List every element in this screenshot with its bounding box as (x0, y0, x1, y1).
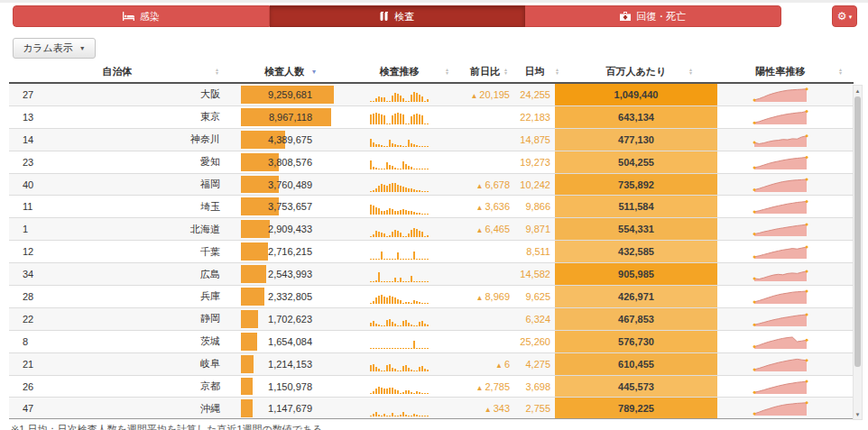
sort-icon: ▴▾ (216, 68, 218, 75)
prefecture-name: 静岡 (54, 312, 226, 325)
tested-count-value: 1,147,679 (226, 403, 343, 414)
col-header-day-diff[interactable]: 前日比 ▴▾ (456, 60, 514, 82)
tested-count-cell: 1,214,153 (226, 353, 343, 375)
prefecture-name: 大阪 (54, 87, 226, 101)
up-triangle-icon: ▲ (476, 204, 484, 212)
medical-case-icon (620, 12, 631, 21)
positivity-trend-cell (717, 400, 844, 416)
area-chart (753, 356, 808, 372)
table-row[interactable]: 21岐阜1,214,153▲64,275610,455 (9, 353, 854, 376)
table-row[interactable]: 23愛知3,808,57619,273504,255 (9, 151, 854, 174)
tested-count-value: 2,716,215 (226, 246, 343, 257)
tested-count-cell: 2,716,215 (226, 241, 343, 262)
positivity-trend-cell (717, 243, 844, 260)
positivity-trend-cell (717, 379, 844, 395)
prefecture-name: 茨城 (54, 334, 226, 348)
daily-average-value: 25,260 (514, 336, 555, 347)
table-row[interactable]: 28兵庫2,332,805▲8,9699,625426,971 (9, 286, 854, 308)
sparkline-bars (370, 87, 429, 102)
positivity-trend-cell (717, 311, 844, 327)
prefecture-number: 11 (9, 201, 54, 212)
footnote: ※1 日均：日次検査人数を週間平均を計算した直近1週間の数値である。 (11, 423, 333, 430)
positivity-trend-cell (717, 198, 844, 215)
prefecture-name: 東京 (54, 110, 226, 124)
prefecture-name: 沖縄 (54, 402, 226, 416)
tested-count-value: 3,753,657 (226, 201, 343, 212)
col-header-per-million[interactable]: 百万人あたり ▴▾ (555, 60, 717, 82)
tested-count-cell: 3,753,657 (226, 196, 343, 217)
scrollbar-thumb[interactable] (854, 96, 861, 367)
prefecture-number: 14 (9, 134, 54, 145)
per-million-cell: 643,134 (555, 106, 717, 128)
table-row[interactable]: 11埼玉3,753,657▲3,6369,866511,584 (9, 196, 854, 218)
sparkline-bars (370, 334, 429, 349)
up-triangle-icon: ▲ (495, 361, 503, 370)
per-million-cell: 1,049,440 (555, 84, 717, 105)
sparkline-bars (370, 379, 429, 394)
daily-average-value: 10,242 (514, 179, 555, 190)
col-header-tested-count[interactable]: 検査人数 ▾ (226, 60, 343, 82)
daily-average-value: 9,625 (514, 291, 555, 302)
table-row[interactable]: 26京都1,150,978▲2,7853,698445,573 (9, 376, 854, 398)
sparkline-bars (370, 154, 429, 169)
tab-label: 回復・死亡 (636, 10, 686, 23)
vials-icon (380, 12, 389, 22)
table-row[interactable]: 13東京8,967,11822,183643,134 (9, 106, 854, 129)
tab-testing[interactable]: 検査 (270, 5, 526, 27)
column-display-button[interactable]: カラム表示 ▼ (13, 38, 96, 59)
prefecture-number: 47 (9, 403, 54, 414)
table-row[interactable]: 12千葉2,716,2158,511432,585 (9, 241, 854, 263)
table-row[interactable]: 34広島2,543,99314,582905,985 (9, 263, 854, 286)
area-chart (753, 311, 808, 327)
table-row[interactable]: 22静岡1,702,6236,324467,853 (9, 308, 854, 331)
prefecture-table: 自治体 ▴▾ 検査人数 ▾ 検査推移 ▴▾ 前日比 ▴▾ 日均 ▴▾ 百万人あた… (9, 60, 854, 419)
daily-average-value: 2,755 (514, 403, 555, 414)
col-header-test-trend[interactable]: 検査推移 ▴▾ (343, 60, 456, 82)
prefecture-name: 神奈川 (54, 133, 226, 146)
area-chart (753, 379, 808, 395)
col-header-positivity-trend[interactable]: 陽性率推移 ▴▾ (717, 60, 844, 82)
bed-icon (123, 12, 134, 21)
scroll-down-arrow-icon[interactable]: ▼ (854, 409, 862, 419)
day-diff-value: ▲6,465 (456, 224, 514, 234)
scroll-up-arrow-icon[interactable]: ▲ (854, 86, 862, 96)
per-million-cell: 576,730 (555, 331, 717, 352)
up-triangle-icon: ▲ (476, 226, 484, 234)
area-chart (753, 154, 808, 170)
column-display-label: カラム表示 (23, 41, 73, 55)
sort-icon: ▴▾ (839, 68, 842, 75)
per-million-cell: 554,331 (555, 218, 717, 240)
settings-button[interactable]: ⚙ ▾ (832, 5, 857, 27)
tested-count-cell: 2,909,433 (226, 218, 343, 240)
table-row[interactable]: 40福岡3,760,489▲6,67810,242735,892 (9, 174, 854, 197)
vertical-scrollbar[interactable]: ▲ ▼ (853, 85, 863, 420)
prefecture-number: 13 (9, 112, 54, 123)
sparkline-bars (370, 401, 429, 416)
table-row[interactable]: 47沖縄1,147,679▲3432,755789,225 (9, 398, 854, 419)
positivity-trend-cell (717, 154, 844, 170)
test-trend-cell (343, 199, 456, 215)
table-row[interactable]: 14神奈川4,389,67514,875477,130 (9, 129, 854, 151)
table-row[interactable]: 27大阪9,259,681▲20,19524,2551,049,440 (9, 84, 854, 106)
col-header-municipality[interactable]: 自治体 ▴▾ (9, 60, 226, 82)
sparkline-bars (370, 109, 429, 124)
table-row[interactable]: 1北海道2,909,433▲6,4659,871554,331 (9, 218, 854, 241)
test-trend-cell (343, 356, 456, 371)
day-diff-value: ▲8,969 (456, 291, 514, 302)
table-row[interactable]: 8茨城1,654,08425,260576,730 (9, 331, 854, 353)
daily-average-value: 14,582 (514, 269, 555, 279)
area-chart (753, 288, 808, 305)
test-trend-cell (343, 154, 456, 169)
tab-infection[interactable]: 感染 (13, 5, 270, 27)
tested-count-cell: 3,760,489 (226, 174, 343, 196)
daily-average-value: 6,324 (514, 314, 555, 325)
test-trend-cell (343, 132, 456, 147)
test-trend-cell (343, 401, 456, 416)
col-header-daily-average[interactable]: 日均 ▴▾ (514, 60, 555, 82)
daily-average-value: 14,875 (514, 134, 555, 145)
test-trend-cell (343, 267, 456, 282)
up-triangle-icon: ▲ (476, 294, 484, 302)
tab-recovery-death[interactable]: 回復・死亡 (525, 5, 781, 27)
per-million-cell: 735,892 (555, 174, 717, 196)
per-million-cell: 511,584 (555, 196, 717, 217)
